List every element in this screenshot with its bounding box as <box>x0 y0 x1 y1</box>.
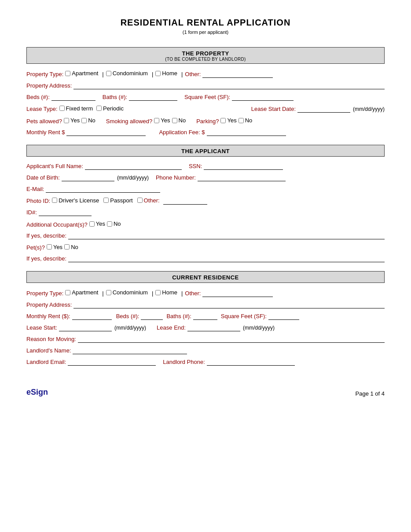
cr-home-group[interactable]: Home <box>155 289 177 296</box>
other-id-input[interactable] <box>163 198 207 205</box>
property-address-input[interactable] <box>73 82 385 89</box>
cr-beds-input[interactable] <box>141 313 163 320</box>
dl-checkbox[interactable] <box>52 198 57 203</box>
condominium-checkbox-group[interactable]: Condominium <box>106 70 148 77</box>
passport-checkbox[interactable] <box>103 198 109 203</box>
cr-lease-dates-row: Lease Start: (mm/dd/yyyy) Lease End: (mm… <box>26 324 385 331</box>
smoking-no-group[interactable]: No <box>172 117 186 124</box>
monthly-rent-input[interactable] <box>66 129 146 136</box>
cr-monthly-rent-input[interactable] <box>72 313 112 320</box>
fixed-term-label: Fixed term <box>66 105 93 112</box>
full-name-input[interactable] <box>85 163 182 170</box>
email-input[interactable] <box>46 186 160 193</box>
cr-lease-end-mmddyyyy: (mm/dd/yyyy) <box>243 325 275 331</box>
occupants-no-group[interactable]: No <box>107 220 121 227</box>
pets-yes-group[interactable]: Yes <box>64 117 80 124</box>
baths-input[interactable] <box>129 94 177 101</box>
separator-1: | <box>102 71 103 77</box>
applicant-pets-no-checkbox[interactable] <box>64 244 70 249</box>
beds-input[interactable] <box>51 94 95 101</box>
cr-home-checkbox[interactable] <box>155 290 161 295</box>
cr-condo-group[interactable]: Condominium <box>106 289 148 296</box>
pets-no-checkbox[interactable] <box>81 118 87 123</box>
applicant-section-header: THE APPLICANT <box>26 145 385 157</box>
fixed-term-checkbox[interactable] <box>59 106 65 111</box>
app-fee-input[interactable] <box>207 129 286 136</box>
pets-no-group[interactable]: No <box>81 117 95 124</box>
applicant-pets-yes-checkbox[interactable] <box>47 244 52 249</box>
other-id-group[interactable]: Other: <box>137 197 161 204</box>
occupants-yes-checkbox[interactable] <box>89 221 95 227</box>
applicant-pets-yes-group[interactable]: Yes <box>47 244 62 250</box>
parking-no-group[interactable]: No <box>239 117 253 124</box>
cr-reason-input[interactable] <box>78 336 385 343</box>
parking-no-checkbox[interactable] <box>239 118 244 123</box>
condominium-checkbox[interactable] <box>106 71 111 76</box>
dob-input[interactable] <box>62 174 114 181</box>
sqft-input[interactable] <box>232 94 294 101</box>
other-label: Other: <box>185 71 201 77</box>
occupants-row: Additional Occupant(s)? Yes No <box>26 220 385 228</box>
dl-group[interactable]: Driver's License <box>52 197 99 204</box>
home-checkbox[interactable] <box>155 71 161 76</box>
other-input[interactable] <box>202 71 273 78</box>
cr-sqft-input[interactable] <box>268 313 299 320</box>
smoking-no-checkbox[interactable] <box>172 118 177 123</box>
cr-condo-checkbox[interactable] <box>106 290 111 295</box>
page-number: Page 1 of 4 <box>356 390 385 397</box>
cr-landlord-phone-input[interactable] <box>207 359 295 366</box>
cr-property-type-label: Property Type: <box>26 290 63 297</box>
lease-start-label: Lease Start Date: <box>251 106 296 112</box>
cr-apartment-checkbox[interactable] <box>65 290 70 295</box>
phone-label: Phone Number: <box>156 174 196 181</box>
dob-phone-row: Date of Birth: (mm/dd/yyyy) Phone Number… <box>26 174 385 181</box>
property-section: THE PROPERTY (TO BE COMPLETED BY LANDLOR… <box>26 47 385 136</box>
cr-apartment-group[interactable]: Apartment <box>65 289 98 296</box>
other-id-checkbox[interactable] <box>137 198 143 203</box>
id-num-input[interactable] <box>39 209 92 216</box>
property-type-label: Property Type: <box>26 71 63 77</box>
property-section-subtitle: (TO BE COMPLETED BY LANDLORD) <box>29 57 382 62</box>
parking-yes-checkbox[interactable] <box>220 118 226 123</box>
page-title: RESIDENTIAL RENTAL APPLICATION <box>26 18 385 28</box>
smoking-yes-checkbox[interactable] <box>154 118 159 123</box>
occupants-yes-group[interactable]: Yes <box>89 220 105 227</box>
name-ssn-row: Applicant's Full Name: SSN: <box>26 163 385 170</box>
parking-yes-group[interactable]: Yes <box>220 117 236 124</box>
periodic-group[interactable]: Periodic <box>96 105 124 112</box>
home-checkbox-group[interactable]: Home <box>155 70 177 77</box>
smoking-yes-group[interactable]: Yes <box>154 117 170 124</box>
fixed-term-group[interactable]: Fixed term <box>59 105 93 112</box>
phone-input[interactable] <box>198 174 286 181</box>
cr-reason-row: Reason for Moving: <box>26 336 385 343</box>
dl-label: Driver's License <box>59 197 99 204</box>
parking-no-label: No <box>245 117 253 124</box>
cr-landlord-name-input[interactable] <box>73 347 187 354</box>
ssn-input[interactable] <box>204 163 283 170</box>
pets-describe-row: If yes, describe: <box>26 255 385 262</box>
occupants-describe-input[interactable] <box>68 232 385 239</box>
cr-landlord-phone-label: Landlord Phone: <box>163 359 205 365</box>
smoking-no-label: No <box>179 117 186 124</box>
lease-start-input[interactable] <box>297 106 350 113</box>
rent-fee-row: Monthly Rent $ Application Fee: $ <box>26 129 385 136</box>
cr-baths-input[interactable] <box>193 313 217 320</box>
cr-lease-start-input[interactable] <box>59 324 112 331</box>
cr-landlord-email-input[interactable] <box>68 359 156 366</box>
apartment-checkbox-group[interactable]: Apartment <box>65 70 98 77</box>
cr-other-input[interactable] <box>202 290 273 297</box>
apartment-checkbox[interactable] <box>65 71 70 76</box>
occupants-no-checkbox[interactable] <box>107 221 112 227</box>
cr-address-label: Property Address: <box>26 301 72 308</box>
passport-group[interactable]: Passport <box>103 197 132 204</box>
pets-yes-checkbox[interactable] <box>64 118 69 123</box>
periodic-checkbox[interactable] <box>96 106 102 111</box>
pets-allowed-label: Pets allowed? <box>26 118 62 125</box>
cr-lease-end-input[interactable] <box>187 324 240 331</box>
baths-label: Baths (#): <box>103 94 127 100</box>
cr-address-input[interactable] <box>73 301 385 308</box>
cr-landlord-contact-row: Landlord Email: Landlord Phone: <box>26 359 385 366</box>
home-label: Home <box>162 70 177 77</box>
applicant-pets-no-group[interactable]: No <box>64 244 78 250</box>
pets-describe-input[interactable] <box>68 255 385 262</box>
